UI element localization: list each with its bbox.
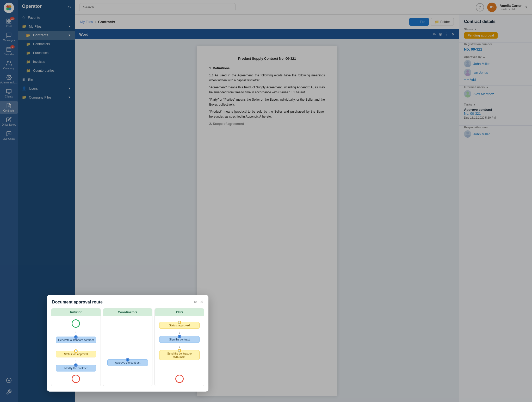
flow-lane-ceo: CEO 📄 Status: approved ↓ 👤 Sign the cont… bbox=[154, 308, 204, 386]
modal-title: Document approval route bbox=[52, 300, 103, 304]
doc-icon-2: 📄 bbox=[178, 321, 181, 324]
ceo-arrow-1: ↓ bbox=[178, 330, 180, 334]
generate-contract-node: 👤 Generate a standard contract bbox=[56, 337, 96, 343]
ceo-end bbox=[175, 375, 184, 383]
ceo-body: 📄 Status: approved ↓ 👤 Sign the contract… bbox=[155, 316, 204, 386]
modal-body: Initiator ↓ 👤 Generate a standard contra… bbox=[47, 308, 208, 392]
flow-lane-initiator: Initiator ↓ 👤 Generate a standard contra… bbox=[51, 308, 101, 386]
doc-icon-1: 📄 bbox=[74, 349, 78, 353]
modal-close-icon[interactable]: ✕ bbox=[200, 300, 203, 304]
approve-contract-node: 👤 Approve the contract bbox=[107, 359, 148, 366]
person-icon-2: 👤 bbox=[74, 363, 78, 367]
person-icon-3: 👤 bbox=[126, 358, 129, 362]
initiator-header: Initiator bbox=[51, 308, 101, 316]
initiator-end bbox=[72, 375, 80, 383]
sign-contract-node: 👤 Sign the contract bbox=[159, 336, 200, 343]
ceo-header: CEO bbox=[155, 308, 204, 316]
arrow-3: ↑ bbox=[75, 359, 77, 363]
status-approved-node: 📄 Status: approved bbox=[159, 322, 200, 329]
modal-overlay: Document approval route ✏ ✕ Initiator ↓ … bbox=[0, 0, 532, 402]
coordinators-header: Coordinators bbox=[103, 308, 152, 316]
doc-icon-3: 📄 bbox=[178, 349, 181, 352]
modal-header: Document approval route ✏ ✕ bbox=[47, 295, 208, 308]
send-contract-node: 📄 Send the contract to contractor bbox=[159, 350, 200, 360]
flow-container: Initiator ↓ 👤 Generate a standard contra… bbox=[51, 308, 204, 386]
initiator-start bbox=[72, 319, 80, 328]
approval-route-modal: Document approval route ✏ ✕ Initiator ↓ … bbox=[47, 295, 208, 392]
coordinators-body: 👤 Approve the contract bbox=[103, 316, 152, 386]
flow-lane-coordinators: Coordinators 👤 Approve the contract bbox=[103, 308, 153, 386]
person-icon-1: 👤 bbox=[74, 335, 78, 339]
modify-contract-node: 👤 Modify the contract bbox=[56, 365, 96, 371]
modal-header-actions: ✏ ✕ bbox=[194, 300, 203, 304]
status-on-approval-node: 📄 Status: on approval bbox=[56, 351, 96, 357]
arrow-2: ↓ bbox=[75, 345, 77, 349]
ceo-arrow-2: ↓ bbox=[178, 344, 180, 349]
initiator-body: ↓ 👤 Generate a standard contract ↓ 📄 Sta… bbox=[51, 316, 101, 386]
arrow-1: ↓ bbox=[75, 329, 77, 333]
modal-edit-icon[interactable]: ✏ bbox=[194, 300, 197, 304]
person-icon-4: 👤 bbox=[178, 335, 181, 338]
